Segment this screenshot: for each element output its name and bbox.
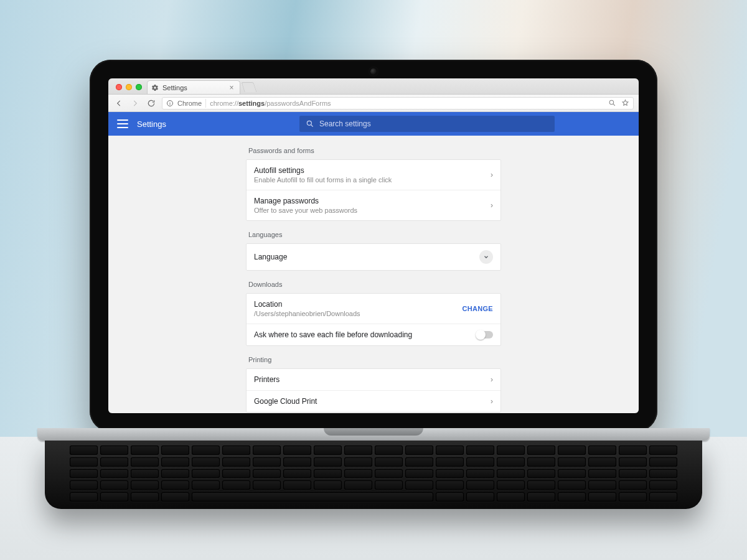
laptop-camera [370, 68, 377, 75]
row-description: Offer to save your web passwords [254, 207, 357, 214]
row-ask-before-download[interactable]: Ask where to save each file before downl… [247, 324, 500, 345]
chevron-right-icon: › [491, 375, 493, 384]
window-controls [112, 84, 147, 94]
row-autofill-settings[interactable]: Autofill settings Enable Autofill to fil… [247, 160, 500, 190]
card-languages: Language [246, 243, 501, 271]
row-google-cloud-print[interactable]: Google Cloud Print › [247, 390, 500, 412]
chevron-down-icon [483, 254, 489, 260]
url-divider [205, 99, 206, 108]
download-path: /Users/stephanieobrien/Downloads [254, 310, 360, 317]
change-location-button[interactable]: CHANGE [463, 305, 493, 312]
nav-forward-button[interactable] [129, 98, 141, 109]
tab-title: Settings [162, 84, 187, 91]
photo-background: Settings × Chrome [0, 0, 747, 560]
search-icon[interactable] [608, 99, 616, 107]
nav-reload-button[interactable] [146, 98, 157, 109]
chevron-right-icon: › [491, 397, 493, 406]
row-label: Google Cloud Print [254, 397, 317, 406]
tab-settings[interactable]: Settings × [147, 80, 240, 94]
reload-icon [147, 99, 156, 108]
window-minimize-button[interactable] [126, 84, 132, 90]
svg-rect-2 [170, 103, 171, 105]
new-tab-button[interactable] [241, 82, 256, 92]
browser-window: Settings × Chrome [108, 78, 639, 413]
card-downloads: Location /Users/stephanieobrien/Download… [246, 293, 501, 346]
address-bar[interactable]: Chrome chrome://settings/passwordsAndFor… [162, 97, 634, 110]
page-title: Settings [137, 119, 166, 129]
browser-toolbar: Chrome chrome://settings/passwordsAndFor… [108, 95, 639, 112]
card-passwords-forms: Autofill settings Enable Autofill to fil… [246, 159, 501, 221]
search-icon [306, 119, 314, 128]
row-label: Printers [254, 375, 280, 384]
row-label: Ask where to save each file before downl… [254, 330, 412, 339]
card-printing: Printers › Google Cloud Print › [246, 368, 501, 413]
row-printers[interactable]: Printers › [247, 369, 500, 390]
settings-search[interactable] [299, 116, 555, 132]
arrow-left-icon [115, 99, 123, 108]
section-title-printing: Printing [248, 356, 499, 363]
section-title-passwords: Passwords and forms [248, 147, 499, 154]
laptop-base [37, 428, 710, 509]
window-close-button[interactable] [116, 84, 122, 90]
settings-search-input[interactable] [319, 119, 548, 128]
row-language[interactable]: Language [247, 244, 500, 270]
nav-back-button[interactable] [113, 98, 125, 109]
row-description: Enable Autofill to fill out forms in a s… [254, 176, 392, 184]
star-icon[interactable] [621, 99, 629, 107]
row-download-location: Location /Users/stephanieobrien/Download… [247, 294, 500, 324]
url-scheme-label: Chrome [177, 100, 202, 107]
gear-icon [151, 84, 159, 91]
ask-toggle[interactable] [477, 331, 493, 338]
laptop-frame: Settings × Chrome [90, 60, 657, 432]
section-title-languages: Languages [248, 231, 499, 238]
arrow-right-icon [131, 99, 139, 108]
row-manage-passwords[interactable]: Manage passwords Offer to save your web … [247, 190, 500, 220]
svg-point-3 [609, 100, 614, 105]
section-title-downloads: Downloads [248, 281, 499, 288]
window-zoom-button[interactable] [136, 84, 142, 90]
browser-tabbar: Settings × [108, 78, 639, 95]
settings-content: Passwords and forms Autofill settings En… [108, 136, 639, 413]
row-label: Location [254, 300, 360, 309]
menu-button[interactable] [117, 119, 128, 128]
expand-button[interactable] [479, 250, 493, 264]
chevron-right-icon: › [491, 201, 493, 210]
laptop-hinge [37, 428, 710, 441]
svg-point-4 [307, 121, 311, 125]
svg-point-1 [169, 101, 170, 102]
row-label: Manage passwords [254, 197, 357, 205]
laptop-keyboard [45, 441, 702, 509]
row-label: Autofill settings [254, 166, 392, 175]
tab-close-button[interactable]: × [227, 83, 236, 92]
info-icon [166, 100, 174, 107]
url-text: chrome://settings/passwordsAndForms [210, 100, 331, 107]
row-label: Language [254, 253, 287, 261]
chevron-right-icon: › [491, 170, 493, 179]
settings-header: Settings [108, 112, 639, 136]
